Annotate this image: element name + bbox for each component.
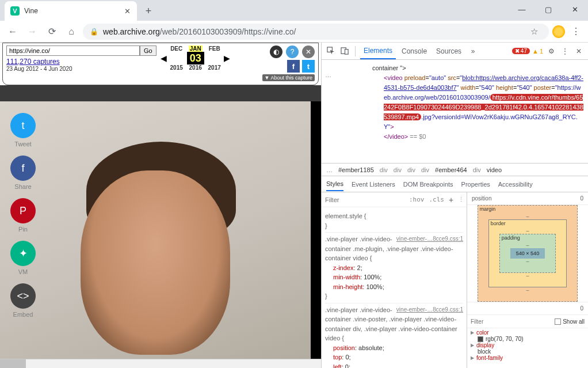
tweet-button[interactable]: t xyxy=(10,113,36,138)
browser-menu-icon[interactable]: ⋮ xyxy=(568,26,583,37)
url-domain: web.archive.org xyxy=(103,27,160,36)
styles-rules[interactable]: element.style { } vine-ember-…8cce9.css:… xyxy=(322,207,467,368)
styles-filter-input[interactable] xyxy=(325,196,404,203)
styles-pane: :hov .cls + ⋮ element.style { } vine-emb… xyxy=(322,192,467,368)
show-all-toggle[interactable]: Show all xyxy=(555,318,585,325)
wayback-help-icon[interactable]: ? xyxy=(286,45,299,58)
video-poster[interactable] xyxy=(0,101,311,362)
computed-properties[interactable]: ▶color rgb(70, 70, 70) ▶display block ▶f… xyxy=(467,328,588,362)
devtools-toolbar: Elements Console Sources » ✖ 47 ▲ 1 ⚙ ⋮ … xyxy=(322,43,588,60)
inspect-element-icon[interactable] xyxy=(325,45,337,57)
hov-toggle[interactable]: :hov xyxy=(409,196,425,203)
close-window-icon[interactable]: ✕ xyxy=(562,0,588,18)
calendar-prev-icon[interactable]: ◀ xyxy=(161,45,167,71)
subtab-dom-breakpoints[interactable]: DOM Breakpoints xyxy=(403,181,453,188)
calendar-next-icon[interactable]: ▶ xyxy=(224,45,230,71)
subtab-properties[interactable]: Properties xyxy=(461,181,490,188)
next-year[interactable]: 2017 xyxy=(208,65,221,71)
facebook-share-icon[interactable]: f xyxy=(287,60,300,73)
window-titlebar: V Vine ✕ + — ▢ ✕ xyxy=(0,0,588,21)
tab-title: Vine xyxy=(24,7,38,15)
reload-button[interactable]: ⟳ xyxy=(44,24,60,40)
captures-link[interactable]: 111,270 captures xyxy=(6,58,156,66)
subtab-event-listeners[interactable]: Event Listeners xyxy=(352,181,395,188)
prev-month[interactable]: DEC xyxy=(170,45,182,52)
cls-toggle[interactable]: .cls xyxy=(429,196,445,203)
devtools-menu-icon[interactable]: ⋮ xyxy=(559,45,571,57)
wayback-toolbar: Go 111,270 captures 23 Aug 2012 - 4 Jun … xyxy=(2,43,319,85)
share-button[interactable]: f xyxy=(10,155,36,181)
bookmark-star-icon[interactable]: ☆ xyxy=(530,26,542,37)
devtools-panel: Elements Console Sources » ✖ 47 ▲ 1 ⚙ ⋮ … xyxy=(321,43,588,368)
computed-pane: position0 margin– border– padding – 540 … xyxy=(467,192,588,368)
address-bar[interactable]: 🔒 web.archive.org/web/20160103003909/htt… xyxy=(83,24,549,40)
wayback-account-icon[interactable]: ◐ xyxy=(270,45,282,58)
twitter-share-icon[interactable]: t xyxy=(302,60,315,73)
wayback-calendar: ◀ DEC 2015 JAN 03 2016 FEB 2017 xyxy=(161,45,230,71)
current-year: 2016 xyxy=(189,65,202,71)
subtab-accessibility[interactable]: Accessibility xyxy=(498,181,533,188)
error-count-badge[interactable]: ✖ 47 xyxy=(512,48,530,54)
styles-more-icon[interactable]: ⋮ xyxy=(458,196,464,203)
extension-icon[interactable] xyxy=(552,25,565,38)
styles-subtabs: Styles Event Listeners DOM Breakpoints P… xyxy=(322,176,588,192)
more-tabs-icon[interactable]: » xyxy=(467,45,479,57)
about-capture-button[interactable]: ▼ About this capture xyxy=(262,74,315,81)
page-viewport: Go 111,270 captures 23 Aug 2012 - 4 Jun … xyxy=(0,43,321,368)
browser-toolbar: ← → ⟳ ⌂ 🔒 web.archive.org/web/2016010300… xyxy=(0,21,588,43)
wayback-close-icon[interactable]: ✕ xyxy=(302,45,315,58)
embed-button[interactable]: <> xyxy=(10,283,36,309)
video-region: tTweet fShare PPin ✦VM <>Embed xyxy=(0,85,321,368)
home-button[interactable]: ⌂ xyxy=(63,24,79,40)
close-tab-icon[interactable]: ✕ xyxy=(123,7,131,15)
next-month[interactable]: FEB xyxy=(209,45,220,52)
vine-favicon-icon: V xyxy=(10,6,20,16)
warning-count-badge[interactable]: ▲ 1 xyxy=(532,48,543,55)
tab-sources[interactable]: Sources xyxy=(433,43,465,59)
tab-console[interactable]: Console xyxy=(398,43,430,59)
new-tab-button[interactable]: + xyxy=(140,3,156,19)
elements-tree[interactable]: … container "> <video preload="auto" src… xyxy=(322,60,588,164)
vm-button[interactable]: ✦ xyxy=(10,241,36,266)
current-month: JAN xyxy=(189,45,203,52)
horizontal-scrollbar[interactable] xyxy=(0,359,321,368)
pin-button[interactable]: P xyxy=(10,198,36,223)
share-column: tTweet fShare PPin ✦VM <>Embed xyxy=(10,113,36,318)
svg-rect-2 xyxy=(345,50,348,54)
forward-button[interactable]: → xyxy=(24,24,40,40)
back-button[interactable]: ← xyxy=(5,24,21,40)
capture-date-range: 23 Aug 2012 - 4 Jun 2020 xyxy=(6,66,156,72)
lock-icon: 🔒 xyxy=(90,28,98,36)
wayback-url-input[interactable] xyxy=(6,45,140,56)
maximize-icon[interactable]: ▢ xyxy=(535,0,562,18)
devtools-settings-icon[interactable]: ⚙ xyxy=(545,45,557,57)
elements-breadcrumb[interactable]: … #ember1185 div div div div #ember464 d… xyxy=(322,164,588,176)
computed-filter-input[interactable] xyxy=(471,318,551,325)
url-path: /web/20160103003909/https://vine.co/ xyxy=(160,27,296,36)
window-controls: — ▢ ✕ xyxy=(509,0,588,18)
current-day: 03 xyxy=(187,52,204,65)
prev-year[interactable]: 2015 xyxy=(170,65,183,71)
add-rule-icon[interactable]: + xyxy=(449,195,453,204)
tab-elements[interactable]: Elements xyxy=(360,43,396,59)
browser-tab[interactable]: V Vine ✕ xyxy=(5,1,137,21)
minimize-icon[interactable]: — xyxy=(509,0,535,18)
subtab-styles[interactable]: Styles xyxy=(326,180,343,191)
wayback-go-button[interactable]: Go xyxy=(140,45,156,56)
box-model-diagram[interactable]: margin– border– padding – 540 × 540 – – … xyxy=(467,205,588,302)
devtools-close-icon[interactable]: ✕ xyxy=(573,45,585,57)
device-toggle-icon[interactable] xyxy=(339,45,350,57)
